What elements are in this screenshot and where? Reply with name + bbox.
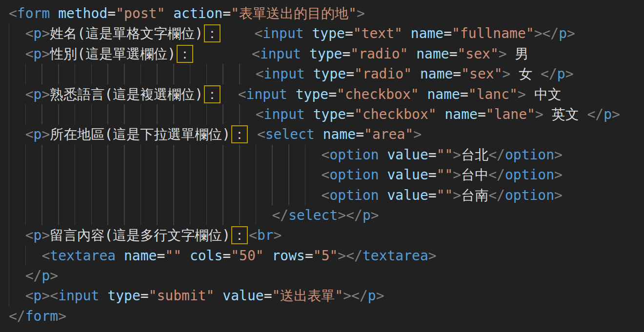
- code-token: [165, 5, 173, 21]
- code-token: </: [541, 66, 557, 82]
- code-line[interactable]: <option value="">台中</option>: [9, 165, 644, 185]
- code-editor[interactable]: <form method="post" action="表單送出的目的地"> <…: [0, 0, 644, 332]
- code-token: "": [165, 248, 181, 264]
- indent-whitespace: [9, 167, 322, 183]
- code-line[interactable]: <p>性別(這是單選欄位)： <input type="radio" name=…: [9, 44, 644, 64]
- unicode-highlight-box: ：: [231, 125, 248, 143]
- code-token: >: [565, 66, 574, 82]
- code-line[interactable]: </select></p>: [9, 205, 644, 225]
- code-line[interactable]: <p><input type="submit" value="送出表單"></p…: [9, 286, 644, 306]
- code-token: =: [157, 248, 165, 264]
- code-token: >: [567, 25, 575, 41]
- code-token: =: [453, 66, 461, 82]
- code-token: >: [428, 248, 437, 264]
- code-line[interactable]: <p>留言內容(這是多行文字欄位)：<br>: [9, 225, 644, 245]
- code-token: =: [460, 86, 468, 102]
- code-token: >: [41, 227, 50, 243]
- code-token: type: [309, 46, 342, 62]
- code-token: >: [554, 147, 563, 163]
- code-line[interactable]: <p>所在地區(這是下拉選單欄位)： <select name="area">: [9, 124, 644, 144]
- code-token: =: [428, 167, 437, 183]
- code-token: [402, 25, 411, 41]
- code-token: <: [249, 227, 257, 243]
- code-token: =: [305, 248, 313, 264]
- code-token: "sex": [461, 66, 502, 82]
- code-token: <: [25, 86, 34, 102]
- indent-whitespace: [9, 227, 25, 243]
- code-token: option: [505, 187, 554, 203]
- code-token: >: [503, 66, 511, 82]
- code-token: p: [41, 268, 50, 284]
- indent-whitespace: [9, 46, 25, 62]
- code-line[interactable]: <textarea name="" cols="50" rows="5"></t…: [9, 246, 644, 266]
- code-token: "lane": [486, 106, 535, 122]
- code-area[interactable]: <form method="post" action="表單送出的目的地"> <…: [9, 3, 644, 326]
- code-token: =: [345, 25, 353, 41]
- code-token: [315, 126, 323, 142]
- indent-whitespace: [9, 147, 322, 163]
- code-token: input: [260, 46, 301, 62]
- code-token: >: [453, 167, 461, 183]
- code-token: >: [535, 106, 543, 122]
- code-line[interactable]: <option value="">台北</option>: [9, 145, 644, 165]
- unicode-highlight-box: ：: [177, 45, 193, 63]
- code-token: "post": [116, 5, 165, 21]
- code-token: p: [362, 207, 371, 223]
- code-line[interactable]: <input type="radio" name="sex"> 女 </p>: [9, 64, 644, 84]
- code-token: [99, 288, 107, 304]
- code-token: <: [25, 25, 34, 41]
- code-token: 姓名(這是單格文字欄位): [50, 25, 203, 41]
- code-token: 英文: [543, 106, 587, 122]
- code-token: =: [428, 147, 437, 163]
- code-token: select: [288, 207, 338, 223]
- code-token: =: [222, 248, 231, 264]
- code-token: >: [499, 46, 507, 62]
- code-token: =: [478, 106, 486, 122]
- code-token: p: [604, 106, 612, 122]
- code-token: <: [50, 288, 58, 304]
- code-line[interactable]: </p>: [9, 266, 644, 286]
- code-line[interactable]: <p>熟悉語言(這是複選欄位)： <input type="checkbox" …: [9, 84, 644, 104]
- code-token: [194, 46, 252, 62]
- code-token: 台中: [461, 167, 488, 183]
- code-token: option: [329, 167, 379, 183]
- code-token: type: [313, 106, 346, 122]
- code-token: name: [444, 106, 477, 122]
- code-token: type: [313, 66, 346, 82]
- code-token: >: [58, 308, 66, 324]
- code-line[interactable]: <input type="checkbox" name="lane"> 英文 <…: [9, 104, 644, 124]
- code-token: =: [346, 106, 354, 122]
- code-token: "lanc": [468, 86, 518, 102]
- code-line[interactable]: <form method="post" action="表單送出的目的地">: [9, 3, 644, 23]
- code-token: >: [453, 147, 461, 163]
- code-token: <: [25, 46, 34, 62]
- code-token: "": [437, 187, 453, 203]
- code-token: </: [488, 167, 505, 183]
- code-token: <: [322, 167, 330, 183]
- code-token: [305, 106, 313, 122]
- code-token: [379, 167, 387, 183]
- code-token: [116, 248, 124, 264]
- code-token: =: [141, 288, 149, 304]
- code-line[interactable]: <option value="">台南</option>: [9, 185, 644, 205]
- code-token: >: [518, 86, 526, 102]
- code-token: >: [453, 187, 461, 203]
- indent-whitespace: [9, 268, 25, 284]
- code-line[interactable]: <p>姓名(這是單格文字欄位)： <input type="text" name…: [9, 23, 644, 43]
- code-token: [181, 248, 190, 264]
- code-token: type: [312, 25, 344, 41]
- code-token: =: [449, 46, 458, 62]
- code-token: br: [257, 227, 274, 243]
- code-token: 中文: [526, 86, 562, 102]
- code-token: "送出表單": [272, 288, 343, 304]
- code-line[interactable]: </form>: [9, 306, 644, 326]
- code-token: [221, 86, 238, 102]
- code-token: p: [34, 86, 42, 102]
- code-token: [214, 288, 222, 304]
- indent-whitespace: [9, 248, 41, 264]
- code-token: 所在地區(這是下拉選單欄位): [50, 126, 230, 142]
- code-token: cols: [190, 248, 222, 264]
- code-token: "sex": [458, 46, 499, 62]
- code-token: p: [34, 46, 42, 62]
- code-token: textarea: [50, 248, 116, 264]
